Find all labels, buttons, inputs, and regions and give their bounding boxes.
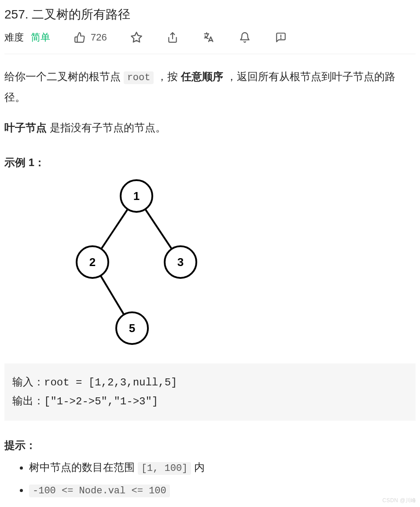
description-paragraph-1: 给你一个二叉树的根节点 root ，按 任意顺序 ，返回所有从根节点到叶子节点的… [4, 67, 416, 107]
share-button[interactable] [166, 31, 179, 44]
text: 内 [191, 461, 205, 473]
hint-item: -100 <= Node.val <= 100 [29, 479, 416, 501]
input-value: root = [1,2,3,null,5] [44, 377, 177, 389]
input-label: 输入： [12, 377, 44, 389]
svg-point-3 [280, 38, 281, 39]
bold-text: 任意顺序 [181, 70, 223, 82]
svg-marker-0 [131, 32, 141, 42]
feedback-button[interactable] [274, 31, 287, 44]
difficulty-value: 简单 [31, 31, 50, 44]
translate-button[interactable] [202, 31, 215, 44]
tree-diagram: 1235 [66, 174, 416, 352]
hints-list: 树中节点的数目在范围 [1, 100] 内-100 <= Node.val <=… [4, 457, 416, 501]
tree-edge [145, 209, 172, 249]
hints-heading: 提示： [4, 438, 416, 452]
inline-code: [1, 100] [138, 462, 192, 475]
thumbs-up-icon [73, 31, 86, 44]
tree-node-label: 5 [129, 322, 135, 335]
meta-row: 难度 简单 726 [4, 31, 416, 54]
tree-node-label: 3 [177, 255, 184, 269]
favorite-button[interactable] [130, 31, 143, 44]
inline-code-root: root [124, 71, 154, 84]
tree-node-label: 2 [89, 255, 96, 269]
text: 是指没有子节点的节点。 [50, 122, 166, 133]
example-input-line: 输入：root = [1,2,3,null,5] [12, 373, 408, 392]
example-heading: 示例 1： [4, 155, 416, 170]
problem-title: 257. 二叉树的所有路径 [4, 6, 416, 23]
difficulty-label: 难度 [4, 31, 24, 44]
hint-item: 树中节点的数目在范围 [1, 100] 内 [29, 457, 416, 478]
output-value: ["1->2->5","1->3"] [44, 396, 158, 407]
text: 给你一个二叉树的根节点 [4, 70, 124, 82]
example-io: 输入：root = [1,2,3,null,5] 输出：["1->2->5","… [4, 363, 416, 421]
description-paragraph-2: 叶子节点 是指没有子节点的节点。 [4, 118, 416, 138]
difficulty-group: 难度 简单 [4, 31, 50, 44]
tree-edge [101, 276, 124, 315]
like-count: 726 [91, 32, 107, 43]
notification-button[interactable] [238, 31, 251, 44]
bold-text: 叶子节点 [4, 122, 47, 133]
inline-code: -100 <= Node.val <= 100 [29, 485, 170, 497]
text: 树中节点的数目在范围 [29, 461, 138, 473]
tree-edge [101, 209, 128, 249]
text: ，按 [157, 70, 181, 82]
tree-node-label: 1 [133, 189, 140, 203]
output-label: 输出： [12, 396, 44, 407]
like-button[interactable]: 726 [73, 31, 107, 44]
watermark: CSDN @川峰 [382, 497, 416, 504]
example-output-line: 输出：["1->2->5","1->3"] [12, 392, 408, 411]
